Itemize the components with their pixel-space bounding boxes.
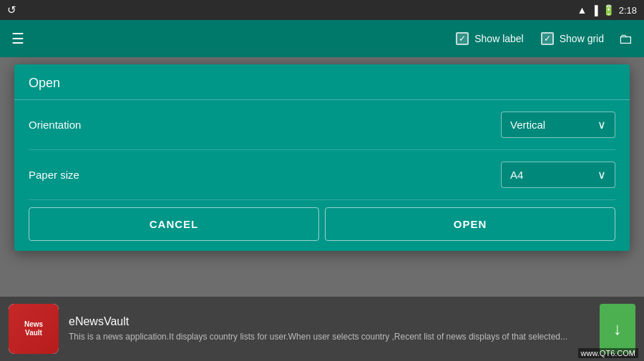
dialog-body: Orientation Vertical ∨ Paper size A4 ∨ (14, 100, 630, 251)
dialog-header: Open (14, 64, 630, 100)
status-bar: ↺ ▲ ▐ 🔋 2:18 (0, 0, 644, 20)
status-time: 2:18 (619, 5, 637, 16)
orientation-row: Orientation Vertical ∨ (29, 100, 615, 150)
app-description: This is a news application.It displays c… (69, 331, 590, 343)
recycle-icon: ↺ (7, 4, 16, 16)
orientation-label: Orientation (29, 119, 81, 131)
app-info: eNewsVault This is a news application.It… (69, 315, 590, 343)
app-name: eNewsVault (69, 315, 590, 328)
show-grid-option[interactable]: Show grid (541, 32, 604, 45)
show-label-checkbox[interactable] (456, 32, 469, 45)
app-card: NewsVault eNewsVault This is a news appl… (0, 297, 644, 361)
toolbar: ☰ Show label Show grid 🗀 (0, 20, 644, 57)
folder-icon[interactable]: 🗀 (618, 31, 633, 47)
app-icon-wrapper: NewsVault (9, 304, 59, 354)
signal-icon: ▐ (591, 5, 597, 16)
battery-icon: 🔋 (602, 4, 615, 16)
menu-icon[interactable]: ☰ (11, 30, 24, 47)
show-grid-text: Show grid (560, 33, 604, 44)
open-button[interactable]: OPEN (325, 207, 615, 241)
status-left: ↺ (7, 4, 16, 16)
open-dialog: Open Orientation Vertical ∨ Paper size A… (14, 64, 630, 251)
show-grid-checkbox[interactable] (541, 32, 554, 45)
app-icon-text: NewsVault (24, 320, 43, 337)
orientation-value: Vertical (510, 119, 545, 131)
paper-size-row: Paper size A4 ∨ (29, 150, 615, 200)
cancel-button[interactable]: CANCEL (29, 207, 319, 241)
show-label-text: Show label (474, 33, 524, 44)
watermark: www.QT6.COM (578, 348, 638, 358)
main-content: Open Orientation Vertical ∨ Paper size A… (0, 57, 644, 361)
paper-size-label: Paper size (29, 169, 79, 181)
toolbar-options: Show label Show grid (456, 32, 604, 45)
show-label-option[interactable]: Show label (456, 32, 524, 45)
status-right: ▲ ▐ 🔋 2:18 (577, 4, 637, 16)
download-button[interactable]: ↓ (600, 304, 635, 354)
wifi-icon: ▲ (577, 4, 587, 16)
download-icon: ↓ (613, 319, 622, 339)
paper-size-value: A4 (510, 169, 523, 181)
dialog-actions: CANCEL OPEN (29, 200, 615, 251)
orientation-chevron-icon: ∨ (597, 118, 606, 132)
orientation-select[interactable]: Vertical ∨ (501, 112, 615, 138)
app-icon: NewsVault (9, 304, 59, 354)
paper-size-select[interactable]: A4 ∨ (501, 162, 615, 188)
paper-size-chevron-icon: ∨ (597, 168, 606, 182)
dialog-title: Open (29, 76, 60, 90)
